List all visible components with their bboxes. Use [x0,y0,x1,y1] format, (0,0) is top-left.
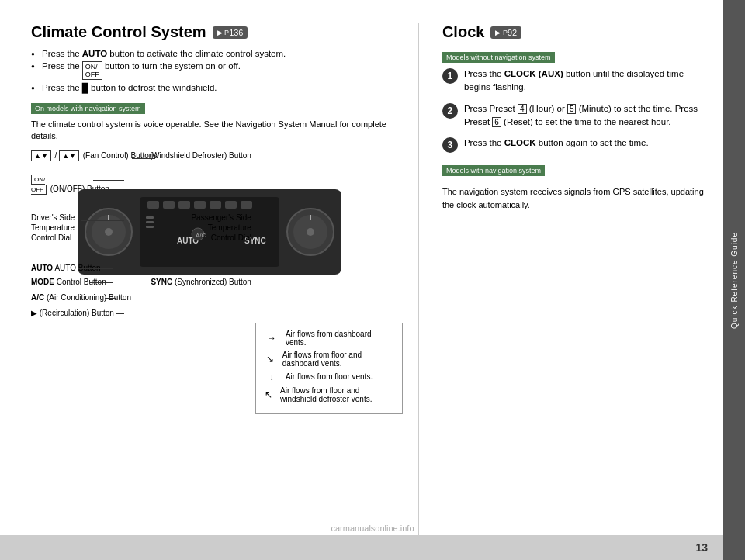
conn-ac [105,298,116,299]
step-3: 3 Press the CLOCK button again to set th… [442,137,708,153]
step-1-text: Press the CLOCK (AUX) button until the d… [464,67,708,95]
airflow-box: → Air flows from dashboard vents. ↘ Air … [255,323,403,414]
with-nav-label-box: Models with navigation system [442,165,545,176]
windshield-text: (Windshield Defroster) Button [150,151,251,160]
airflow-row-4: ↖ Air flows from floor and windshield de… [264,386,394,403]
svg-rect-10 [147,201,159,209]
bullet-3: Press the █ button to defrost the windsh… [31,83,403,92]
nav-note: The climate control system is voice oper… [31,119,403,143]
climate-section: Climate Control System 136 Press the AUT… [31,23,419,544]
climate-page-ref: 136 [213,26,248,39]
svg-rect-15 [225,201,237,209]
clock-title: Clock 92 [442,23,708,41]
airflow-row-1: → Air flows from dashboard vents. [264,330,394,347]
recirc-label: ▶ (Recirculation) Button [31,308,114,318]
svg-point-22 [307,228,314,236]
airflow-text-4: Air flows from floor and windshield defr… [280,386,394,403]
conn-recirc [116,313,124,314]
passenger-temp-label: Passenger's SideTemperatureControl Dial [191,213,251,243]
conn-auto [78,268,113,269]
svg-rect-19 [146,226,154,228]
svg-rect-13 [194,201,206,209]
page-container: Climate Control System 136 Press the AUT… [0,0,745,560]
with-nav-label-text: Models with navigation system [446,167,541,175]
clock-nav-note: The navigation system receives signals f… [442,185,708,211]
airflow-icon-4: ↖ [264,389,274,400]
step-3-number: 3 [442,137,458,153]
clock-steps: 1 Press the CLOCK (AUX) button until the… [442,67,708,153]
step-1-number: 1 [442,68,458,84]
conn-mode [89,282,113,283]
conn-driver [81,220,124,221]
climate-title: Climate Control System 136 [31,23,403,41]
sync-label: SYNC (Synchronized) Button [151,277,251,287]
side-tab-text: Quick Reference Guide [730,232,739,329]
without-nav-label-box: Models without navigation system [442,52,555,63]
page-number: 13 [695,541,708,554]
airflow-icon-3: ↓ [264,372,279,382]
bullet-2: Press the ON/OFF button to turn the syst… [31,61,403,80]
control-panel-diagram: ▲▼ / ▲▼ (Fan Control) Buttons ON/OFF (ON… [31,150,403,399]
main-content: Climate Control System 136 Press the AUT… [0,0,723,560]
clock-section: Clock 92 Models without navigation syste… [435,23,708,544]
side-tab: Quick Reference Guide [723,0,745,560]
svg-rect-11 [163,201,175,209]
fan-control-label: ▲▼ / ▲▼ (Fan Control) Buttons [31,150,157,161]
airflow-text-3: Air flows from floor vents. [286,372,372,381]
svg-point-3 [105,228,113,236]
windshield-label: (Windshield Defroster) Button [150,150,251,161]
without-nav-label-text: Models without navigation system [446,54,551,61]
clock-page-ref: 92 [490,26,522,39]
svg-rect-17 [146,216,154,219]
airflow-row-3: ↓ Air flows from floor vents. [264,372,394,382]
step-1: 1 Press the CLOCK (AUX) button until the… [442,67,708,95]
driver-temp-label: Driver's SideTemperatureControl Dial [31,213,74,243]
svg-rect-14 [210,201,221,209]
step-2: 2 Press Preset 4 (Hour) or 5 (Minute) to… [442,102,708,130]
bottom-bar: 13 [0,535,723,560]
nav-label-box: On models with navigation system [31,103,145,114]
step-2-text: Press Preset 4 (Hour) or 5 (Minute) to s… [464,102,708,130]
climate-title-text: Climate Control System [31,23,206,41]
nav-label-text: On models with navigation system [35,105,141,112]
climate-page-ref-num: 136 [229,28,243,37]
step-2-number: 2 [442,103,458,119]
airflow-text-1: Air flows from dashboard vents. [286,330,394,347]
clock-page-ref-num: 92 [508,28,517,37]
svg-rect-18 [146,221,154,223]
watermark: carmanualsonline.info [331,524,414,533]
airflow-icon-2: ↘ [264,354,276,365]
airflow-icon-1: → [264,333,279,344]
svg-rect-12 [178,201,190,209]
clock-title-text: Clock [442,23,484,41]
bullet-1: Press the AUTO button to activate the cl… [31,49,403,58]
climate-bullets: Press the AUTO button to activate the cl… [31,49,403,92]
step-3-text: Press the CLOCK button again to set the … [464,137,649,153]
airflow-row-2: ↘ Air flows from floor and dashboard ven… [264,351,394,368]
svg-rect-16 [241,201,252,209]
airflow-text-2: Air flows from floor and dashboard vents… [282,351,394,368]
